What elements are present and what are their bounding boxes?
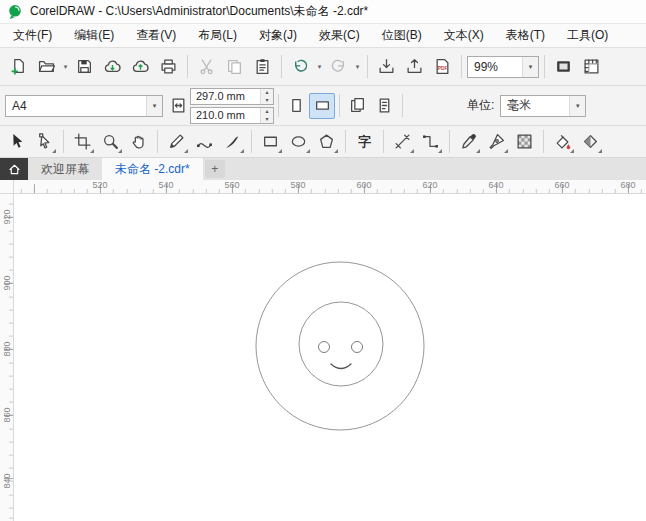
chevron-down-icon[interactable]: ▾ <box>61 63 70 71</box>
toolbox-separator <box>383 130 384 153</box>
toolbox-separator <box>157 130 158 153</box>
menu-object[interactable]: 对象(J) <box>248 24 308 47</box>
outer-circle-shape[interactable] <box>256 262 424 430</box>
horizontal-ruler-strip[interactable]: 520 540 560 580 600 620 640 660 680 <box>14 180 646 193</box>
zoom-tool[interactable] <box>97 129 124 155</box>
text-tool[interactable]: 字 <box>351 129 378 155</box>
import-button[interactable] <box>373 53 400 80</box>
artistic-media-tool[interactable] <box>219 129 246 155</box>
toolbar-separator <box>278 94 279 117</box>
crop-tool[interactable] <box>69 129 96 155</box>
pen-nib-icon <box>488 133 505 150</box>
smiley-drawing[interactable] <box>14 194 646 521</box>
publish-to-pdf-button[interactable]: PDF <box>429 53 456 80</box>
outline-pen-tool[interactable] <box>483 129 510 155</box>
menu-tools[interactable]: 工具(O) <box>556 24 619 47</box>
menu-file[interactable]: 文件(F) <box>2 24 63 47</box>
tab-untitled-document[interactable]: 未命名 -2.cdr* <box>102 158 203 180</box>
face-circle-shape[interactable] <box>299 302 383 386</box>
current-page-button[interactable] <box>371 92 398 119</box>
hand-icon <box>130 133 147 150</box>
paint-bucket-icon <box>554 133 571 150</box>
chevron-down-icon[interactable]: ▾ <box>522 57 538 77</box>
page-height-input[interactable]: 210.0 mm ▴ ▾ <box>190 107 274 124</box>
menu-effects[interactable]: 效果(C) <box>308 24 371 47</box>
transparency-tool[interactable] <box>511 129 538 155</box>
cut-button[interactable] <box>193 53 220 80</box>
chevron-down-icon[interactable]: ▾ <box>315 63 324 71</box>
menu-view[interactable]: 查看(V) <box>125 24 187 47</box>
pick-tool[interactable] <box>3 129 30 155</box>
rectangle-tool[interactable] <box>257 129 284 155</box>
left-eye-shape[interactable] <box>319 342 330 353</box>
landscape-orientation-button[interactable] <box>309 93 335 119</box>
menu-text[interactable]: 文本(X) <box>433 24 495 47</box>
width-decrement-button[interactable]: ▾ <box>261 96 273 104</box>
copy-icon <box>226 58 243 75</box>
show-rulers-button[interactable] <box>578 53 605 80</box>
freehand-tool[interactable] <box>163 129 190 155</box>
open-document-button[interactable] <box>33 53 60 80</box>
undo-button[interactable] <box>287 53 314 80</box>
landscape-page-icon <box>314 97 331 114</box>
checkerboard-icon <box>516 133 533 150</box>
height-decrement-button[interactable]: ▾ <box>261 115 273 123</box>
interactive-fill-tool[interactable] <box>577 129 604 155</box>
page-width-input[interactable]: 297.0 mm ▴ ▾ <box>190 88 274 105</box>
polygon-tool[interactable] <box>313 129 340 155</box>
open-from-cloud-button[interactable] <box>99 53 126 80</box>
open-folder-icon <box>38 58 55 75</box>
dimension-tool[interactable] <box>389 129 416 155</box>
paste-button[interactable] <box>249 53 276 80</box>
menu-layout[interactable]: 布局(L) <box>187 24 248 47</box>
toolbox-separator <box>345 130 346 153</box>
eyedropper-tool[interactable] <box>455 129 482 155</box>
pan-tool[interactable] <box>125 129 152 155</box>
current-page-icon <box>376 97 393 114</box>
chevron-down-icon[interactable]: ▾ <box>569 96 585 116</box>
width-increment-button[interactable]: ▴ <box>261 89 273 97</box>
save-icon <box>76 58 93 75</box>
save-button[interactable] <box>71 53 98 80</box>
units-combobox[interactable]: 毫米 ▾ <box>500 95 586 117</box>
export-button[interactable] <box>401 53 428 80</box>
polygon-icon <box>318 133 335 150</box>
pencil-icon <box>168 133 185 150</box>
cloud-upload-icon <box>132 58 149 75</box>
ruler-label: 540 <box>158 180 173 190</box>
save-to-cloud-button[interactable] <box>127 53 154 80</box>
shape-tool[interactable] <box>31 129 58 155</box>
menu-table[interactable]: 表格(T) <box>495 24 556 47</box>
new-document-button[interactable] <box>5 53 32 80</box>
drawing-canvas[interactable] <box>14 194 646 521</box>
smile-curve-shape[interactable] <box>331 364 351 369</box>
bezier-tool[interactable] <box>191 129 218 155</box>
print-button[interactable] <box>155 53 182 80</box>
menu-bitmaps[interactable]: 位图(B) <box>371 24 433 47</box>
menu-edit[interactable]: 编辑(E) <box>63 24 125 47</box>
tab-welcome-screen[interactable]: 欢迎屏幕 <box>28 158 102 180</box>
height-increment-button[interactable]: ▴ <box>261 108 273 116</box>
horizontal-ruler[interactable]: 520 540 560 580 600 620 640 660 680 <box>0 180 646 194</box>
ruler-label: 680 <box>620 180 635 190</box>
chevron-down-icon[interactable]: ▾ <box>353 63 362 71</box>
chevron-down-icon[interactable]: ▾ <box>146 96 162 116</box>
fullscreen-preview-button[interactable] <box>550 53 577 80</box>
export-icon <box>406 58 423 75</box>
zoom-level-combobox[interactable]: 99% ▾ <box>467 56 539 78</box>
vertical-ruler[interactable]: 920 900 880 860 840 <box>0 194 14 521</box>
smart-fill-tool[interactable] <box>549 129 576 155</box>
redo-button[interactable] <box>325 53 352 80</box>
ruler-origin-corner[interactable] <box>0 180 14 193</box>
welcome-home-button[interactable] <box>0 158 28 180</box>
gradient-diamond-icon <box>582 133 599 150</box>
page-size-preset-combobox[interactable]: A4 ▾ <box>5 95 163 117</box>
portrait-orientation-button[interactable] <box>283 93 309 119</box>
page-dimensions-icon <box>170 97 187 114</box>
all-pages-button[interactable] <box>344 92 371 119</box>
new-tab-button[interactable]: + <box>205 160 225 178</box>
connector-tool[interactable] <box>417 129 444 155</box>
ellipse-tool[interactable] <box>285 129 312 155</box>
right-eye-shape[interactable] <box>352 342 363 353</box>
copy-button[interactable] <box>221 53 248 80</box>
